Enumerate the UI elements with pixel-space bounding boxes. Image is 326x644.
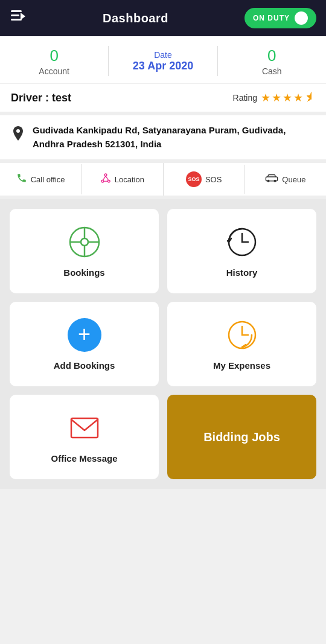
duty-toggle[interactable]: ON DUTY bbox=[245, 8, 316, 28]
svg-rect-1 bbox=[11, 14, 19, 16]
star-2: ★ bbox=[272, 91, 281, 104]
stars: ★ ★ ★ ★ ⯨ bbox=[261, 91, 315, 104]
steering-wheel-icon bbox=[68, 225, 101, 259]
svg-point-12 bbox=[274, 180, 276, 182]
phone-icon bbox=[16, 173, 27, 186]
network-icon bbox=[100, 173, 111, 186]
office-message-label: Office Message bbox=[51, 453, 117, 464]
location-pin-icon bbox=[11, 125, 25, 145]
bidding-jobs-label: Bidding Jobs bbox=[203, 430, 280, 444]
svg-point-6 bbox=[107, 180, 110, 182]
history-label: History bbox=[226, 267, 258, 278]
bookings-label: Bookings bbox=[63, 267, 104, 278]
history-icon bbox=[225, 225, 259, 259]
add-bookings-label: Add Bookings bbox=[54, 360, 115, 371]
date-label: Date bbox=[109, 50, 217, 60]
svg-rect-0 bbox=[11, 10, 22, 12]
add-bookings-card[interactable]: + Add Bookings bbox=[10, 302, 159, 386]
date-stat: Date 23 Apr 2020 bbox=[109, 50, 217, 72]
svg-line-7 bbox=[103, 176, 106, 180]
message-icon bbox=[68, 411, 101, 445]
my-expenses-card[interactable]: My Expenses bbox=[167, 302, 316, 386]
svg-point-14 bbox=[81, 238, 88, 246]
plus-icon: + bbox=[78, 324, 91, 345]
bookings-card[interactable]: Bookings bbox=[10, 209, 159, 293]
star-3: ★ bbox=[283, 91, 292, 104]
location-action[interactable]: Location bbox=[81, 164, 162, 194]
svg-point-11 bbox=[267, 180, 270, 182]
action-bar: Call office Location SOS SOS bbox=[0, 159, 326, 199]
account-stat: 0 Account bbox=[0, 46, 108, 76]
account-value: 0 bbox=[0, 46, 108, 65]
duty-label: ON DUTY bbox=[253, 14, 290, 22]
cash-value: 0 bbox=[218, 46, 326, 65]
office-message-card[interactable]: Office Message bbox=[10, 395, 159, 479]
sos-action[interactable]: SOS SOS bbox=[163, 163, 245, 196]
queue-action[interactable]: Queue bbox=[245, 165, 326, 194]
account-label: Account bbox=[0, 66, 108, 76]
star-5-half: ⯨ bbox=[304, 91, 315, 104]
call-office-label: Call office bbox=[31, 175, 65, 184]
queue-label: Queue bbox=[282, 175, 305, 184]
menu-icon[interactable] bbox=[10, 8, 27, 28]
car-icon bbox=[265, 173, 278, 185]
add-bookings-circle: + bbox=[68, 318, 101, 352]
svg-point-4 bbox=[104, 174, 107, 176]
star-1: ★ bbox=[261, 91, 270, 104]
svg-line-8 bbox=[106, 176, 109, 180]
header-title: Dashboard bbox=[103, 11, 168, 25]
date-value: 23 Apr 2020 bbox=[109, 60, 217, 72]
history-card[interactable]: History bbox=[167, 209, 316, 293]
location-section: Gudivada Kankipadu Rd, Satyanarayana Pur… bbox=[0, 112, 326, 159]
expenses-icon bbox=[225, 318, 259, 352]
rating-section: Rating ★ ★ ★ ★ ⯨ bbox=[233, 91, 315, 104]
svg-point-5 bbox=[101, 180, 104, 182]
rating-label: Rating bbox=[233, 93, 257, 103]
svg-rect-21 bbox=[71, 418, 98, 438]
cash-stat: 0 Cash bbox=[218, 46, 326, 76]
cash-label: Cash bbox=[218, 66, 326, 76]
bidding-jobs-card[interactable]: Bidding Jobs bbox=[167, 395, 316, 479]
location-label: Location bbox=[115, 175, 144, 184]
driver-name: Driver : test bbox=[11, 92, 71, 104]
header: Dashboard ON DUTY bbox=[0, 0, 326, 36]
svg-rect-2 bbox=[11, 19, 22, 21]
my-expenses-label: My Expenses bbox=[213, 360, 270, 371]
toggle-circle-knob bbox=[295, 11, 308, 25]
sos-icon: SOS bbox=[186, 171, 202, 187]
grid-section: Bookings History + Add Bookings My Expen… bbox=[0, 199, 326, 489]
stats-bar: 0 Account Date 23 Apr 2020 0 Cash bbox=[0, 36, 326, 83]
location-address: Gudivada Kankipadu Rd, Satyanarayana Pur… bbox=[33, 124, 315, 151]
svg-marker-3 bbox=[21, 13, 25, 20]
call-office-action[interactable]: Call office bbox=[0, 164, 81, 194]
sos-label: SOS bbox=[205, 175, 222, 184]
star-4: ★ bbox=[293, 91, 303, 104]
driver-section: Driver : test Rating ★ ★ ★ ★ ⯨ bbox=[0, 83, 326, 112]
